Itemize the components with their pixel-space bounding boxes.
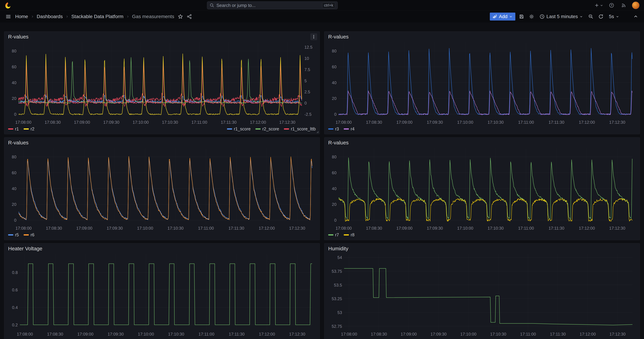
new-menu-button[interactable]: [594, 2, 603, 9]
panel-r-values-2: R-values 02040608017:08:0017:08:3017:09:…: [324, 32, 640, 134]
share-icon: [187, 14, 192, 19]
svg-text:17:11:30: 17:11:30: [221, 120, 237, 124]
series-r4[interactable]: [338, 91, 632, 115]
svg-text:17:08:00: 17:08:00: [17, 332, 33, 336]
panel-resize-handle[interactable]: [316, 130, 319, 133]
legend-item-r5[interactable]: r5: [8, 232, 19, 238]
series-heatervoltage[interactable]: [20, 264, 312, 325]
clock-icon: [540, 14, 545, 19]
dashboard-settings-button[interactable]: [528, 13, 535, 20]
panel-r-values-3: R-values 02040608017:08:0017:08:3017:09:…: [4, 137, 320, 240]
svg-text:40: 40: [332, 186, 336, 191]
chevron-right-icon: [31, 15, 34, 18]
timeseries-chart[interactable]: 52.755353.2553.553.755417:08:0017:08:301…: [328, 252, 636, 337]
chart-legend: humidity: [328, 337, 636, 339]
chevron-up-icon: [633, 14, 638, 19]
legend-item-r1_score_lttb[interactable]: r1_score_lttb: [284, 126, 316, 132]
legend-item-r8[interactable]: r8: [344, 232, 354, 238]
timeseries-chart[interactable]: 0.20.40.60.817:08:0017:08:3017:09:0017:0…: [8, 252, 316, 337]
panel-menu-button[interactable]: [310, 33, 317, 40]
svg-text:80: 80: [332, 154, 336, 159]
refresh-interval-picker[interactable]: 5s: [607, 12, 621, 20]
series-r6[interactable]: [18, 156, 312, 220]
svg-text:17:09:30: 17:09:30: [106, 226, 123, 230]
zoom-out-time-button[interactable]: [587, 13, 595, 20]
mega-menu-button[interactable]: [4, 13, 12, 20]
legend-label: r2: [30, 126, 34, 132]
svg-text:0: 0: [14, 218, 16, 222]
legend-item-r3[interactable]: r3: [328, 126, 339, 132]
svg-text:53: 53: [337, 310, 342, 315]
svg-text:17:11:00: 17:11:00: [192, 120, 207, 124]
svg-text:17:12:30: 17:12:30: [289, 226, 305, 230]
save-icon: [519, 14, 524, 19]
legend-item-r4[interactable]: r4: [344, 126, 354, 132]
svg-text:17:10:00: 17:10:00: [138, 332, 154, 336]
svg-text:17:12:30: 17:12:30: [609, 120, 625, 124]
chevron-right-icon: [126, 15, 129, 18]
legend-item-r1[interactable]: r1: [8, 126, 19, 132]
timeseries-chart[interactable]: 02040608017:08:0017:08:3017:09:0017:09:3…: [8, 146, 316, 231]
svg-text:53.75: 53.75: [332, 269, 342, 274]
breadcrumb-home[interactable]: Home: [15, 14, 28, 19]
legend-item-r7[interactable]: r7: [328, 232, 339, 238]
legend-item-heatervoltage[interactable]: heatervoltage: [8, 338, 41, 339]
panel-title: Humidity: [328, 246, 348, 252]
chart-svg: 0.20.40.60.817:08:0017:08:3017:09:0017:0…: [8, 252, 316, 337]
news-button[interactable]: [620, 2, 628, 9]
add-panel-button[interactable]: Add: [490, 12, 515, 20]
legend-swatch: [328, 234, 334, 236]
legend-item-r2_score[interactable]: r2_score: [256, 126, 279, 132]
breadcrumb-folder[interactable]: Stackable Data Platform: [72, 14, 124, 19]
collapse-toolbar-button[interactable]: [632, 13, 640, 20]
legend-item-r6[interactable]: r6: [24, 232, 34, 238]
timeseries-chart[interactable]: 02040608017:08:0017:08:3017:09:0017:09:3…: [328, 40, 636, 125]
legend-item-humidity[interactable]: humidity: [328, 338, 351, 339]
timeseries-chart[interactable]: 02040608017:08:0017:08:3017:09:0017:09:3…: [328, 146, 636, 231]
refresh-button[interactable]: [597, 13, 605, 20]
svg-text:17:09:30: 17:09:30: [427, 226, 443, 230]
legend-item-r1_score[interactable]: r1_score: [227, 126, 250, 132]
chart-svg: 02040608017:08:0017:08:3017:09:0017:09:3…: [8, 40, 316, 125]
svg-text:17:10:30: 17:10:30: [490, 332, 506, 336]
favorite-button[interactable]: [176, 13, 184, 20]
svg-text:0.4: 0.4: [12, 305, 18, 310]
help-button[interactable]: ?: [608, 2, 615, 9]
save-dashboard-button[interactable]: [518, 13, 525, 20]
breadcrumb-dashboards[interactable]: Dashboards: [37, 14, 63, 19]
svg-text:17:10:00: 17:10:00: [133, 120, 149, 124]
series-r1[interactable]: [18, 93, 302, 107]
search-icon: [210, 3, 214, 8]
svg-text:17:10:30: 17:10:30: [168, 332, 184, 336]
chart-legend: r7r8: [328, 231, 636, 238]
svg-text:2.5: 2.5: [304, 90, 310, 94]
share-button[interactable]: [186, 13, 193, 20]
panel-humidity: Humidity 52.755353.2553.553.755417:08:00…: [324, 243, 640, 339]
legend-swatch: [344, 128, 349, 130]
svg-text:17:10:30: 17:10:30: [488, 226, 504, 230]
svg-text:0.2: 0.2: [12, 322, 18, 327]
add-panel-icon: [492, 14, 497, 19]
breadcrumb: Home Dashboards Stackable Data Platform …: [15, 14, 174, 19]
legend-label: heatervoltage: [15, 338, 41, 339]
legend-swatch: [227, 128, 232, 130]
series-r8[interactable]: [338, 198, 632, 221]
legend-label: r3: [335, 126, 339, 132]
grafana-logo[interactable]: [4, 2, 12, 9]
series-r3[interactable]: [338, 48, 632, 115]
timeseries-chart[interactable]: 02040608017:08:0017:08:3017:09:0017:09:3…: [8, 40, 316, 125]
svg-text:17:12:00: 17:12:00: [579, 120, 595, 124]
chart-legend: r1r2r1_scorer2_scorer1_score_lttb: [8, 125, 316, 133]
search-input[interactable]: Search or jump to... ctrl+k: [207, 2, 338, 9]
chart-svg: 02040608017:08:0017:08:3017:09:0017:09:3…: [328, 146, 636, 231]
legend-swatch: [344, 234, 349, 236]
series-r2[interactable]: [18, 54, 302, 115]
svg-text:17:08:30: 17:08:30: [45, 120, 61, 124]
panel-heater-voltage: Heater Voltage 0.20.40.60.817:08:0017:08…: [4, 243, 320, 339]
grafana-flame-icon: [4, 2, 12, 9]
time-range-picker[interactable]: Last 5 minutes: [538, 12, 585, 20]
panel-title: R-values: [328, 34, 348, 40]
series-humidity[interactable]: [344, 268, 632, 325]
user-avatar[interactable]: [632, 2, 640, 9]
legend-item-r2[interactable]: r2: [24, 126, 34, 132]
